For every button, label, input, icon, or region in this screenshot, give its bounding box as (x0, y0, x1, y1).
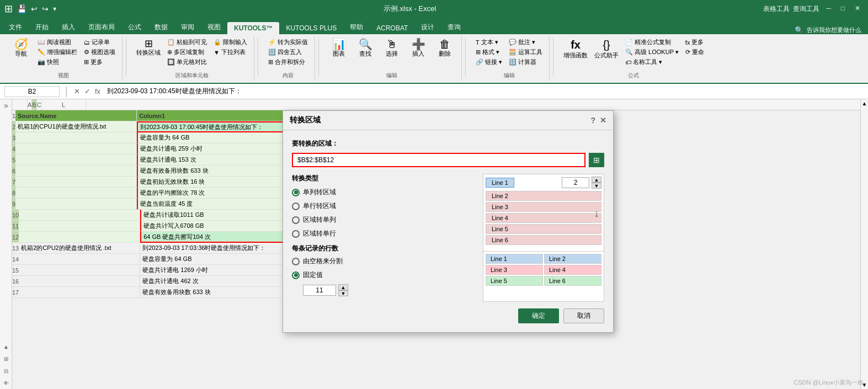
col-spin-down[interactable]: ▼ (592, 183, 601, 189)
cell-1-a[interactable]: Source.Name (15, 110, 137, 121)
scroll-up-btn[interactable]: ▲ (861, 99, 868, 108)
radio-region-row[interactable]: 区域转单行 (292, 229, 474, 238)
radio-single-row[interactable]: 单行转区域 (292, 201, 474, 211)
tab-kutools-plus[interactable]: KUTOOLS PLUS (279, 22, 343, 34)
read-view-btn[interactable]: 📖阅读视图 (35, 38, 79, 47)
expand-left-btn[interactable]: » (0, 99, 12, 111)
preview-line1[interactable]: Line 1 (486, 178, 514, 188)
nav-icon-2[interactable]: ⊞ (0, 353, 12, 365)
close-btn[interactable]: ✕ (851, 4, 864, 14)
preview-line6[interactable]: Line 6 (486, 235, 601, 245)
radio-region-col[interactable]: 区域转单列 (292, 215, 474, 225)
more-quick-icon[interactable]: ▾ (53, 5, 56, 13)
col-header-c[interactable]: C (37, 99, 42, 110)
name-box[interactable] (4, 86, 60, 97)
precise-copy-btn[interactable]: 📄精准公式复制 (623, 38, 681, 47)
nav-btn[interactable]: 🧭 导航 (9, 38, 33, 59)
find-btn[interactable]: 🔍 查找 (353, 38, 377, 59)
snapshot-btn[interactable]: 📷快照 (35, 57, 79, 67)
paste-visible-btn[interactable]: 📋粘贴到可见 (165, 38, 209, 47)
limit-input-btn[interactable]: 🔒限制输入 (211, 38, 249, 47)
tab-query[interactable]: 查询 (441, 20, 467, 34)
dialog-help-icon[interactable]: ? (590, 116, 595, 125)
view-options-btn[interactable]: ⚙视图选项 (82, 47, 118, 57)
cell-5-a[interactable] (15, 154, 137, 166)
cell-8-a[interactable] (15, 188, 137, 199)
cell-compare-btn[interactable]: 🔲单元格对比 (165, 57, 209, 67)
confirm-formula-icon[interactable]: ✓ (84, 87, 90, 95)
preview-line4[interactable]: Line 4 (486, 213, 601, 223)
cell-14-a[interactable] (19, 254, 140, 265)
tab-review[interactable]: 审阅 (174, 20, 201, 34)
select-btn[interactable]: 🖱 选择 (380, 38, 404, 59)
tab-home[interactable]: 开始 (29, 20, 55, 34)
preview-line2[interactable]: Line 2 (486, 191, 601, 201)
col-spin-up[interactable]: ▲ (592, 177, 601, 183)
chart-btn[interactable]: 📊 图表 (327, 38, 351, 59)
actual-value-btn[interactable]: ⚡转为实际值 (266, 38, 310, 47)
cell-9-a[interactable] (15, 199, 137, 210)
dialog-close-icon[interactable]: ✕ (600, 116, 606, 125)
cell-16-a[interactable] (19, 276, 140, 287)
enhance-edit-btn[interactable]: ✏️增强编辑栏 (35, 47, 79, 57)
cell-2-a[interactable]: 机箱1的CPU1的硬盘使用情况.txt (15, 121, 137, 132)
minimize-btn[interactable]: ─ (823, 4, 834, 14)
tab-insert[interactable]: 插入 (55, 20, 82, 34)
cancel-button[interactable]: 取消 (563, 308, 604, 323)
quick-save-icon[interactable]: 💾 (17, 4, 26, 13)
nav-icon-1[interactable]: ▲ (0, 340, 12, 353)
col-header-l[interactable]: L (42, 99, 86, 110)
tab-formula[interactable]: 公式 (121, 20, 148, 34)
cancel-formula-icon[interactable]: ✕ (74, 87, 80, 95)
calculator-btn[interactable]: 🔢计算器 (507, 57, 545, 67)
formula-assistant-btn[interactable]: {} 公式助手 (592, 38, 621, 61)
nav-icon-3[interactable]: ⊟ (0, 365, 12, 377)
comment-btn[interactable]: 💬批注 ▾ (507, 38, 545, 47)
convert-region-btn[interactable]: ⊞ 转换区域 (134, 38, 163, 58)
tab-file[interactable]: 文件 (2, 20, 29, 34)
cell-17-a[interactable] (19, 287, 140, 298)
tab-view[interactable]: 视图 (201, 20, 227, 34)
col-header-b[interactable]: B (32, 99, 36, 110)
name-tool-btn[interactable]: 🏷名称工具 ▾ (623, 57, 681, 67)
dropdown-list-btn[interactable]: ▼下拉列表 (211, 47, 249, 57)
scrollbar-right[interactable]: ▲ ▼ (860, 99, 868, 389)
cell-12-a[interactable] (19, 232, 140, 243)
spin-down-btn[interactable]: ▼ (338, 290, 348, 296)
cell-11-a[interactable] (19, 221, 140, 232)
more-view-btn[interactable]: ⊞更多 (82, 57, 118, 67)
search-placeholder[interactable]: 告诉我你想要做什么 (807, 26, 861, 34)
radio-by-space[interactable]: 由空格来分割 (292, 257, 474, 266)
format-btn[interactable]: ⊞格式 ▾ (473, 47, 504, 57)
ok-button[interactable]: 确定 (518, 308, 559, 323)
fixed-value-input[interactable] (303, 285, 336, 296)
delete-btn[interactable]: 🗑 删除 (433, 38, 457, 59)
redo-icon[interactable]: ↪ (42, 4, 49, 13)
preview-line5[interactable]: Line 5 (486, 224, 601, 234)
tab-design[interactable]: 设计 (414, 20, 441, 34)
tab-help[interactable]: 帮助 (343, 20, 370, 34)
cell-3-a[interactable] (15, 132, 137, 143)
tab-pagelayout[interactable]: 页面布局 (82, 20, 121, 34)
range-input[interactable] (292, 153, 585, 167)
nav-icon-4[interactable]: 👁 (0, 377, 12, 389)
round-btn[interactable]: 🔢四舍五入 (266, 47, 310, 57)
range-picker-btn[interactable]: ⊞ (589, 153, 604, 167)
fx-btn[interactable]: fx 增强函数 (561, 38, 590, 61)
cell-7-a[interactable] (15, 177, 137, 188)
calc-btn[interactable]: 🧮运算工具 (507, 47, 545, 57)
tab-kutools[interactable]: KUTOOLS™ (227, 22, 279, 34)
cell-15-a[interactable] (19, 265, 140, 276)
link-btn[interactable]: 🔗链接 ▾ (473, 57, 504, 67)
cell-4-a[interactable] (15, 143, 137, 154)
tab-acrobat[interactable]: ACROBAT (370, 22, 414, 34)
cell-10-a[interactable] (19, 210, 140, 221)
adv-lookup-btn[interactable]: 🔍高级 LOOKUP ▾ (623, 47, 681, 57)
fx2-btn[interactable]: fx更多 (683, 38, 706, 47)
record-btn[interactable]: 🗂记录单 (82, 38, 118, 47)
cell-6-a[interactable] (15, 166, 137, 177)
merge-split-btn[interactable]: ⊞合并和拆分 (266, 57, 310, 67)
multi-region-btn[interactable]: ⊕多区域复制 (165, 47, 209, 57)
tab-data[interactable]: 数据 (148, 20, 174, 34)
insert-btn[interactable]: ➕ 插入 (406, 38, 430, 59)
